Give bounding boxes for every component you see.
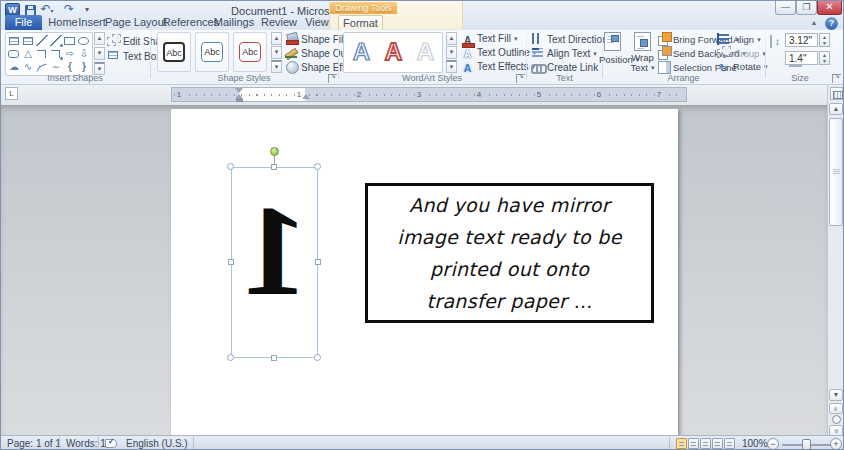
horizontal-ruler[interactable]: 1 1 2 3 4 5 6 7: [171, 87, 687, 102]
wordart-scroll-up[interactable]: ▲: [446, 32, 457, 45]
arc-shape-icon[interactable]: [35, 60, 49, 73]
shape-style-thumb-red[interactable]: Abc: [233, 32, 267, 72]
shape-width-spinner[interactable]: ▲▼: [819, 51, 830, 65]
message-text-box[interactable]: And you have mirror image text ready to …: [365, 183, 654, 323]
shape-style-thumb-black[interactable]: Abc: [157, 32, 191, 72]
position-icon: [604, 32, 621, 51]
tab-stop-selector[interactable]: [5, 87, 18, 100]
rotate-button[interactable]: ↻Rotate: [717, 60, 768, 73]
shape-styles-more-button[interactable]: ▼: [271, 60, 282, 73]
outline-view-button[interactable]: [712, 438, 723, 449]
left-brace-shape-icon[interactable]: {: [63, 60, 77, 73]
view-ruler-toggle-icon[interactable]: [830, 87, 843, 100]
right-arrow-shape-icon[interactable]: ⇨: [63, 47, 77, 60]
wordart-dialog-launcher[interactable]: [516, 74, 525, 83]
resize-handle-top[interactable]: [271, 164, 277, 170]
text-fill-button[interactable]: AText Fill: [461, 32, 517, 45]
resize-handle-left[interactable]: [228, 259, 234, 265]
shape-styles-scroll-down[interactable]: ▼: [271, 46, 282, 59]
align-text-button[interactable]: Align Text: [531, 46, 597, 59]
tab-insert[interactable]: Insert: [78, 15, 106, 30]
previous-page-button[interactable]: »: [829, 403, 843, 414]
scribble-shape-icon[interactable]: ∿: [21, 60, 35, 73]
scroll-down-button[interactable]: ▼: [829, 389, 843, 401]
create-link-button[interactable]: Create Link: [531, 60, 598, 73]
group-button[interactable]: Group: [717, 46, 766, 59]
mirrored-letter-shape[interactable]: 1: [232, 167, 317, 356]
shape-height-spinner[interactable]: ▲▼: [819, 33, 830, 47]
tab-file[interactable]: File: [5, 15, 42, 30]
wordart-style-red-outline[interactable]: A: [378, 34, 409, 72]
wordart-style-blue-outline[interactable]: A: [346, 34, 377, 72]
align-button[interactable]: Align: [717, 32, 761, 45]
resize-handle-bottom-right[interactable]: [314, 354, 321, 361]
web-layout-view-button[interactable]: [700, 438, 711, 449]
text-effects-button[interactable]: AText Effects: [461, 60, 535, 73]
draft-view-button[interactable]: [724, 438, 735, 449]
full-screen-reading-view-button[interactable]: [688, 438, 699, 449]
document-page[interactable]: 1 And you have mirror image text ready t…: [171, 109, 678, 435]
close-button[interactable]: ✕: [817, 1, 842, 15]
curve-shape-icon[interactable]: ∼: [49, 60, 63, 73]
right-indent-marker[interactable]: [302, 94, 310, 99]
help-icon[interactable]: ?: [825, 17, 838, 30]
resize-handle-right[interactable]: [315, 259, 321, 265]
gallery-scroll-up[interactable]: ▲: [94, 32, 105, 45]
wordart-style-gray-outline[interactable]: A: [410, 34, 441, 72]
shape-style-thumb-blue[interactable]: Abc: [195, 32, 229, 72]
tab-page-layout[interactable]: Page Layout: [105, 15, 167, 30]
proofing-status-icon[interactable]: [105, 439, 117, 448]
left-indent-marker[interactable]: [236, 99, 243, 102]
shape-styles-dialog-launcher[interactable]: [328, 74, 337, 83]
first-line-indent-marker[interactable]: [235, 88, 243, 93]
wordart-scroll-down[interactable]: ▼: [446, 46, 457, 59]
scroll-up-button[interactable]: ▲: [829, 103, 843, 115]
cloud-shape-icon[interactable]: ☁: [7, 60, 21, 73]
shape-width-field[interactable]: 1.4": [785, 51, 818, 65]
tab-home[interactable]: Home: [48, 15, 77, 30]
zoom-level[interactable]: 100%: [742, 438, 768, 449]
elbow-arrow-connector-shape-icon[interactable]: [49, 47, 63, 60]
resize-handle-top-left[interactable]: [227, 163, 234, 170]
triangle-shape-icon[interactable]: △: [21, 47, 35, 60]
gallery-scroll-down[interactable]: ▼: [94, 47, 105, 60]
wordart-more-button[interactable]: ▼: [446, 60, 457, 73]
size-dialog-launcher[interactable]: [832, 74, 841, 83]
minimize-button[interactable]: —: [775, 1, 796, 15]
ruler-number: 1: [175, 90, 183, 100]
page-indicator[interactable]: Page: 1 of 1: [7, 438, 61, 449]
shape-height-field[interactable]: 3.12": [785, 33, 818, 47]
tab-references[interactable]: References: [163, 15, 219, 30]
tab-review[interactable]: Review: [261, 15, 297, 30]
shape-styles-scroll-up[interactable]: ▲: [271, 32, 282, 45]
zoom-out-button[interactable]: −: [767, 438, 779, 450]
resize-handle-bottom-left[interactable]: [227, 354, 234, 361]
zoom-in-button[interactable]: +: [830, 438, 842, 450]
resize-handle-top-right[interactable]: [314, 163, 321, 170]
minimize-ribbon-icon[interactable]: ▲: [807, 17, 821, 29]
arrow-shape-icon[interactable]: [49, 34, 63, 47]
rounded-rectangle-shape-icon[interactable]: [7, 47, 21, 60]
tab-format-active[interactable]: Format: [338, 15, 383, 30]
tab-view[interactable]: View: [305, 15, 329, 30]
right-brace-shape-icon[interactable]: }: [77, 60, 91, 73]
select-browse-object-button[interactable]: [832, 415, 841, 424]
restore-button[interactable]: ❐: [796, 1, 817, 15]
resize-handle-bottom[interactable]: [271, 355, 277, 361]
elbow-connector-shape-icon[interactable]: [35, 47, 49, 60]
rectangle-shape-icon[interactable]: [63, 34, 77, 47]
down-arrow-shape-icon[interactable]: ⇩: [77, 47, 91, 60]
print-layout-view-button[interactable]: [676, 438, 687, 449]
scrollbar-thumb[interactable]: [829, 118, 843, 226]
wrap-text-button[interactable]: Wrap Text: [629, 32, 656, 73]
rotation-handle[interactable]: [270, 147, 279, 156]
language-indicator[interactable]: English (U.S.): [126, 438, 188, 449]
text-box-shape-icon[interactable]: [7, 34, 21, 47]
oval-shape-icon[interactable]: [77, 34, 91, 47]
shape-fill-button[interactable]: Shape Fill: [285, 32, 352, 45]
zoom-slider-thumb[interactable]: [802, 439, 811, 450]
position-button[interactable]: Position: [599, 32, 626, 73]
line-shape-icon[interactable]: [35, 34, 49, 47]
tab-mailings[interactable]: Mailings: [214, 15, 254, 30]
vertical-text-box-shape-icon[interactable]: [21, 34, 35, 47]
